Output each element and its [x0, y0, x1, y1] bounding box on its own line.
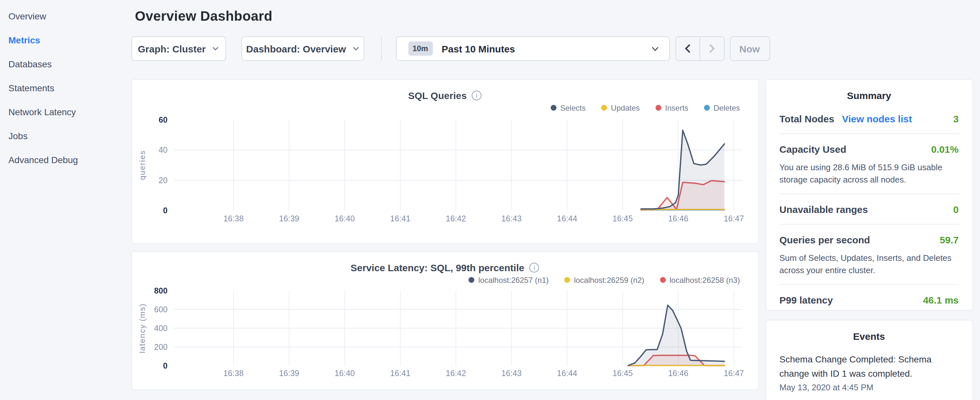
graph-dropdown[interactable]: Graph: Cluster: [131, 36, 226, 61]
svg-text:16:43: 16:43: [501, 214, 522, 223]
legend-item[interactable]: localhost:26257 (n1): [469, 276, 549, 284]
divider: [780, 284, 959, 285]
svg-text:16:46: 16:46: [668, 369, 688, 378]
unavailable-ranges-value: 0: [953, 204, 959, 215]
service-latency-chart: 020040060080016:3816:3916:4016:4116:4216…: [132, 285, 758, 385]
p99-latency-label: P99 latency: [780, 294, 833, 305]
sql-queries-chart: 020406016:3816:3916:4016:4116:4216:4316:…: [132, 113, 758, 236]
summary-row-total-nodes: Total Nodes View nodes list 3: [780, 112, 959, 126]
chart-title: SQL Queries: [408, 90, 466, 100]
p99-latency-value: 46.1 ms: [923, 294, 959, 305]
svg-text:40: 40: [158, 145, 167, 155]
qps-value: 59.7: [940, 234, 959, 245]
legend-dot: [564, 277, 570, 283]
svg-text:16:38: 16:38: [223, 214, 243, 223]
summary-row-capacity: Capacity Used 0.01%: [780, 142, 959, 156]
event-timestamp: May 13, 2020 at 4:45 PM: [780, 382, 959, 392]
legend-item[interactable]: Deletes: [704, 103, 740, 112]
svg-text:16:44: 16:44: [557, 369, 577, 378]
total-nodes-label: Total Nodes: [780, 113, 834, 124]
time-nav-group: [675, 36, 724, 61]
summary-row-qps: Queries per second 59.7: [780, 233, 959, 247]
time-prev-button[interactable]: [675, 36, 700, 61]
legend-item[interactable]: Selects: [550, 103, 585, 112]
dashboard-dropdown-label: Dashboard: Overview: [246, 43, 346, 54]
time-range-dropdown[interactable]: 10m Past 10 Minutes: [396, 36, 670, 61]
sidebar-item-advanced-debug[interactable]: Advanced Debug: [8, 148, 131, 172]
time-range-label: Past 10 Minutes: [442, 43, 515, 54]
svg-text:16:44: 16:44: [557, 214, 577, 223]
sidebar: OverviewMetricsDatabasesStatementsNetwor…: [0, 0, 131, 172]
sidebar-item-overview[interactable]: Overview: [8, 4, 131, 28]
info-icon[interactable]: i: [529, 263, 539, 272]
event-item[interactable]: Schema Change Completed: Schema change w…: [780, 352, 959, 381]
page: OverviewMetricsDatabasesStatementsNetwor…: [0, 0, 980, 400]
legend-dot: [704, 105, 710, 111]
capacity-used-label: Capacity Used: [780, 143, 846, 155]
svg-text:60: 60: [158, 115, 167, 124]
svg-text:0: 0: [163, 206, 167, 215]
legend-dot: [660, 277, 666, 283]
summary-title: Summary: [780, 90, 959, 101]
chart-legend: localhost:26257 (n1)localhost:26259 (n2)…: [132, 274, 758, 285]
sidebar-item-databases[interactable]: Databases: [8, 52, 131, 76]
svg-text:16:45: 16:45: [612, 369, 633, 378]
svg-text:16:41: 16:41: [390, 369, 410, 378]
svg-text:16:41: 16:41: [390, 214, 410, 223]
chevron-down-icon: [651, 46, 659, 51]
legend-label: Selects: [560, 103, 585, 112]
legend-item[interactable]: localhost:26258 (n3): [660, 276, 740, 284]
sidebar-item-jobs[interactable]: Jobs: [8, 124, 131, 148]
legend-item[interactable]: Inserts: [655, 103, 689, 112]
sidebar-item-statements[interactable]: Statements: [8, 76, 131, 100]
chevron-down-icon: [352, 46, 359, 51]
chevron-left-icon: [685, 44, 690, 53]
service-latency-chart-card: Service Latency: SQL, 99th percentile i …: [131, 251, 759, 390]
legend-label: Inserts: [665, 103, 689, 112]
view-nodes-list-link[interactable]: View nodes list: [842, 113, 912, 124]
svg-text:16:42: 16:42: [445, 369, 466, 378]
page-title: Overview Dashboard: [135, 8, 973, 24]
svg-text:16:43: 16:43: [501, 369, 522, 378]
divider: [780, 224, 959, 225]
legend-dot: [550, 105, 556, 111]
toolbar-divider: [381, 36, 382, 61]
sidebar-item-network-latency[interactable]: Network Latency: [8, 100, 131, 124]
svg-text:16:42: 16:42: [445, 214, 466, 223]
svg-text:16:47: 16:47: [724, 214, 744, 223]
events-panel: Events Schema Change Completed: Schema c…: [765, 320, 973, 400]
now-button[interactable]: Now: [730, 36, 770, 61]
charts-column: SQL Queries i SelectsUpdatesInsertsDelet…: [131, 79, 759, 400]
legend-label: localhost:26258 (n3): [670, 276, 740, 284]
summary-row-p99: P99 latency 46.1 ms: [780, 293, 959, 307]
legend-label: Updates: [611, 103, 640, 112]
summary-panel: Summary Total Nodes View nodes list 3 Ca…: [765, 79, 973, 311]
time-next-button[interactable]: [700, 36, 724, 61]
legend-item[interactable]: localhost:26259 (n2): [564, 276, 644, 284]
qps-description: Sum of Selects, Updates, Inserts, and De…: [780, 252, 959, 276]
chart-title: Service Latency: SQL, 99th percentile: [351, 262, 525, 273]
info-icon[interactable]: i: [472, 90, 482, 100]
time-range-badge: 10m: [408, 41, 433, 56]
legend-label: localhost:26259 (n2): [574, 276, 644, 284]
svg-text:queries: queries: [137, 150, 146, 180]
summary-row-unavailable-ranges: Unavailable ranges 0: [780, 202, 959, 216]
svg-text:latency (ms): latency (ms): [137, 303, 146, 354]
viewport: OverviewMetricsDatabasesStatementsNetwor…: [0, 0, 980, 400]
svg-text:16:46: 16:46: [668, 214, 688, 223]
svg-text:16:38: 16:38: [223, 369, 243, 378]
dashboard-dropdown[interactable]: Dashboard: Overview: [241, 36, 364, 61]
graph-dropdown-label: Graph: Cluster: [138, 43, 206, 54]
capacity-used-value: 0.01%: [931, 143, 959, 155]
events-title: Events: [780, 331, 959, 342]
divider: [780, 133, 959, 134]
side-column: Summary Total Nodes View nodes list 3 Ca…: [765, 79, 973, 400]
svg-text:16:40: 16:40: [334, 214, 355, 223]
svg-text:0: 0: [163, 361, 167, 370]
qps-label: Queries per second: [780, 234, 870, 245]
sidebar-item-metrics[interactable]: Metrics: [8, 28, 131, 52]
unavailable-ranges-label: Unavailable ranges: [780, 204, 868, 215]
legend-item[interactable]: Updates: [601, 103, 640, 112]
svg-text:16:45: 16:45: [612, 214, 633, 223]
divider: [780, 193, 959, 194]
